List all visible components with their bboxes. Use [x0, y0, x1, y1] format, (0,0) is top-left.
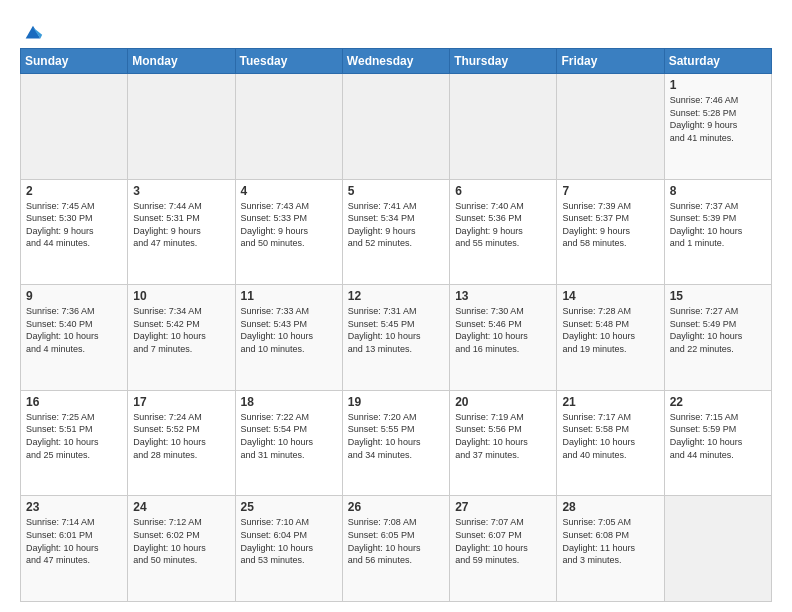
day-number: 25	[241, 500, 337, 514]
calendar-day-cell: 18Sunrise: 7:22 AM Sunset: 5:54 PM Dayli…	[235, 390, 342, 496]
calendar-day-cell: 2Sunrise: 7:45 AM Sunset: 5:30 PM Daylig…	[21, 179, 128, 285]
day-number: 19	[348, 395, 444, 409]
day-number: 8	[670, 184, 766, 198]
logo-icon	[22, 22, 44, 44]
day-info: Sunrise: 7:37 AM Sunset: 5:39 PM Dayligh…	[670, 200, 766, 250]
calendar-day-cell: 17Sunrise: 7:24 AM Sunset: 5:52 PM Dayli…	[128, 390, 235, 496]
calendar-day-cell: 12Sunrise: 7:31 AM Sunset: 5:45 PM Dayli…	[342, 285, 449, 391]
day-number: 23	[26, 500, 122, 514]
calendar-day-cell	[450, 74, 557, 180]
calendar-day-cell	[128, 74, 235, 180]
day-info: Sunrise: 7:15 AM Sunset: 5:59 PM Dayligh…	[670, 411, 766, 461]
calendar-day-cell: 7Sunrise: 7:39 AM Sunset: 5:37 PM Daylig…	[557, 179, 664, 285]
calendar-week-row: 9Sunrise: 7:36 AM Sunset: 5:40 PM Daylig…	[21, 285, 772, 391]
day-info: Sunrise: 7:05 AM Sunset: 6:08 PM Dayligh…	[562, 516, 658, 566]
day-info: Sunrise: 7:30 AM Sunset: 5:46 PM Dayligh…	[455, 305, 551, 355]
day-info: Sunrise: 7:45 AM Sunset: 5:30 PM Dayligh…	[26, 200, 122, 250]
calendar-day-cell: 8Sunrise: 7:37 AM Sunset: 5:39 PM Daylig…	[664, 179, 771, 285]
day-number: 6	[455, 184, 551, 198]
calendar-day-cell: 22Sunrise: 7:15 AM Sunset: 5:59 PM Dayli…	[664, 390, 771, 496]
day-info: Sunrise: 7:07 AM Sunset: 6:07 PM Dayligh…	[455, 516, 551, 566]
day-number: 26	[348, 500, 444, 514]
calendar-day-cell: 23Sunrise: 7:14 AM Sunset: 6:01 PM Dayli…	[21, 496, 128, 602]
day-number: 4	[241, 184, 337, 198]
calendar-day-cell: 6Sunrise: 7:40 AM Sunset: 5:36 PM Daylig…	[450, 179, 557, 285]
day-number: 3	[133, 184, 229, 198]
calendar-day-cell	[342, 74, 449, 180]
day-info: Sunrise: 7:19 AM Sunset: 5:56 PM Dayligh…	[455, 411, 551, 461]
day-info: Sunrise: 7:43 AM Sunset: 5:33 PM Dayligh…	[241, 200, 337, 250]
calendar-day-cell: 9Sunrise: 7:36 AM Sunset: 5:40 PM Daylig…	[21, 285, 128, 391]
day-info: Sunrise: 7:31 AM Sunset: 5:45 PM Dayligh…	[348, 305, 444, 355]
page: SundayMondayTuesdayWednesdayThursdayFrid…	[0, 0, 792, 612]
calendar-day-cell: 14Sunrise: 7:28 AM Sunset: 5:48 PM Dayli…	[557, 285, 664, 391]
calendar-day-header: Friday	[557, 49, 664, 74]
calendar-week-row: 23Sunrise: 7:14 AM Sunset: 6:01 PM Dayli…	[21, 496, 772, 602]
day-number: 28	[562, 500, 658, 514]
calendar-day-cell: 15Sunrise: 7:27 AM Sunset: 5:49 PM Dayli…	[664, 285, 771, 391]
calendar-day-cell	[235, 74, 342, 180]
calendar: SundayMondayTuesdayWednesdayThursdayFrid…	[20, 48, 772, 602]
day-number: 10	[133, 289, 229, 303]
day-number: 18	[241, 395, 337, 409]
day-info: Sunrise: 7:44 AM Sunset: 5:31 PM Dayligh…	[133, 200, 229, 250]
calendar-day-header: Monday	[128, 49, 235, 74]
calendar-week-row: 2Sunrise: 7:45 AM Sunset: 5:30 PM Daylig…	[21, 179, 772, 285]
calendar-day-cell: 21Sunrise: 7:17 AM Sunset: 5:58 PM Dayli…	[557, 390, 664, 496]
calendar-week-row: 16Sunrise: 7:25 AM Sunset: 5:51 PM Dayli…	[21, 390, 772, 496]
day-number: 24	[133, 500, 229, 514]
calendar-day-cell: 28Sunrise: 7:05 AM Sunset: 6:08 PM Dayli…	[557, 496, 664, 602]
calendar-day-header: Wednesday	[342, 49, 449, 74]
calendar-day-cell: 26Sunrise: 7:08 AM Sunset: 6:05 PM Dayli…	[342, 496, 449, 602]
calendar-day-cell: 11Sunrise: 7:33 AM Sunset: 5:43 PM Dayli…	[235, 285, 342, 391]
calendar-day-cell: 10Sunrise: 7:34 AM Sunset: 5:42 PM Dayli…	[128, 285, 235, 391]
day-number: 15	[670, 289, 766, 303]
calendar-day-cell: 19Sunrise: 7:20 AM Sunset: 5:55 PM Dayli…	[342, 390, 449, 496]
day-info: Sunrise: 7:36 AM Sunset: 5:40 PM Dayligh…	[26, 305, 122, 355]
day-number: 11	[241, 289, 337, 303]
calendar-day-cell: 4Sunrise: 7:43 AM Sunset: 5:33 PM Daylig…	[235, 179, 342, 285]
day-number: 5	[348, 184, 444, 198]
day-number: 12	[348, 289, 444, 303]
calendar-day-header: Saturday	[664, 49, 771, 74]
calendar-day-cell	[557, 74, 664, 180]
day-number: 20	[455, 395, 551, 409]
header	[20, 18, 772, 40]
calendar-day-cell: 1Sunrise: 7:46 AM Sunset: 5:28 PM Daylig…	[664, 74, 771, 180]
logo	[20, 22, 44, 40]
calendar-day-cell: 16Sunrise: 7:25 AM Sunset: 5:51 PM Dayli…	[21, 390, 128, 496]
day-number: 9	[26, 289, 122, 303]
calendar-day-cell	[21, 74, 128, 180]
day-info: Sunrise: 7:40 AM Sunset: 5:36 PM Dayligh…	[455, 200, 551, 250]
day-number: 14	[562, 289, 658, 303]
calendar-day-cell: 3Sunrise: 7:44 AM Sunset: 5:31 PM Daylig…	[128, 179, 235, 285]
calendar-day-header: Thursday	[450, 49, 557, 74]
calendar-day-cell: 13Sunrise: 7:30 AM Sunset: 5:46 PM Dayli…	[450, 285, 557, 391]
day-info: Sunrise: 7:10 AM Sunset: 6:04 PM Dayligh…	[241, 516, 337, 566]
day-info: Sunrise: 7:27 AM Sunset: 5:49 PM Dayligh…	[670, 305, 766, 355]
calendar-header-row: SundayMondayTuesdayWednesdayThursdayFrid…	[21, 49, 772, 74]
day-info: Sunrise: 7:20 AM Sunset: 5:55 PM Dayligh…	[348, 411, 444, 461]
day-info: Sunrise: 7:08 AM Sunset: 6:05 PM Dayligh…	[348, 516, 444, 566]
day-info: Sunrise: 7:46 AM Sunset: 5:28 PM Dayligh…	[670, 94, 766, 144]
day-number: 1	[670, 78, 766, 92]
day-info: Sunrise: 7:39 AM Sunset: 5:37 PM Dayligh…	[562, 200, 658, 250]
calendar-day-cell: 27Sunrise: 7:07 AM Sunset: 6:07 PM Dayli…	[450, 496, 557, 602]
calendar-day-cell: 24Sunrise: 7:12 AM Sunset: 6:02 PM Dayli…	[128, 496, 235, 602]
day-number: 7	[562, 184, 658, 198]
day-number: 2	[26, 184, 122, 198]
calendar-day-cell: 20Sunrise: 7:19 AM Sunset: 5:56 PM Dayli…	[450, 390, 557, 496]
calendar-day-header: Sunday	[21, 49, 128, 74]
calendar-day-cell: 5Sunrise: 7:41 AM Sunset: 5:34 PM Daylig…	[342, 179, 449, 285]
day-info: Sunrise: 7:24 AM Sunset: 5:52 PM Dayligh…	[133, 411, 229, 461]
day-number: 13	[455, 289, 551, 303]
day-info: Sunrise: 7:17 AM Sunset: 5:58 PM Dayligh…	[562, 411, 658, 461]
day-number: 27	[455, 500, 551, 514]
day-info: Sunrise: 7:22 AM Sunset: 5:54 PM Dayligh…	[241, 411, 337, 461]
day-number: 22	[670, 395, 766, 409]
day-number: 17	[133, 395, 229, 409]
day-number: 16	[26, 395, 122, 409]
day-info: Sunrise: 7:41 AM Sunset: 5:34 PM Dayligh…	[348, 200, 444, 250]
day-info: Sunrise: 7:25 AM Sunset: 5:51 PM Dayligh…	[26, 411, 122, 461]
day-info: Sunrise: 7:34 AM Sunset: 5:42 PM Dayligh…	[133, 305, 229, 355]
